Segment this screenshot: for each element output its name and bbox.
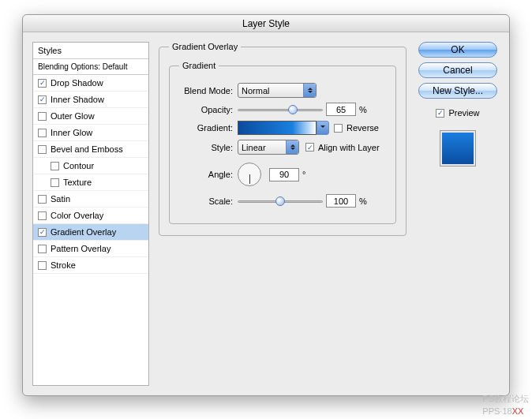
opacity-input[interactable] [326,103,356,116]
cancel-button[interactable]: Cancel [418,62,497,78]
chevron-down-icon [317,121,329,135]
style-checkbox[interactable] [38,228,47,237]
style-item-drop-shadow[interactable]: Drop Shadow [33,75,148,92]
gradient-overlay-group: Gradient Overlay Gradient Blend Mode: No… [159,42,406,236]
style-checkbox[interactable] [38,245,47,253]
style-checkbox[interactable] [38,95,47,104]
button-column: OK Cancel New Style... Preview [416,42,500,386]
scale-unit: % [359,196,367,206]
angle-label: Angle: [179,170,238,179]
style-checkbox[interactable] [38,112,47,121]
panel-subtitle: Gradient [179,61,219,70]
style-label: Style: [179,143,238,152]
scale-label: Scale: [179,196,238,206]
align-label: Align with Layer [318,143,380,152]
style-item-texture[interactable]: Texture [33,174,148,191]
style-item-gradient-overlay[interactable]: Gradient Overlay [33,224,148,241]
blend-mode-select[interactable]: Normal [238,83,317,98]
style-item-contour[interactable]: Contour [33,158,148,174]
angle-input[interactable] [269,168,299,181]
style-checkbox[interactable] [51,178,59,187]
dialog-title: Layer Style [23,15,509,32]
style-item-label: Texture [63,178,92,187]
ok-button[interactable]: OK [418,42,497,58]
chevron-updown-icon [303,84,316,97]
style-item-label: Stroke [51,260,76,270]
styles-list: Styles Blending Options: Default Drop Sh… [32,42,149,386]
style-item-label: Outer Glow [51,111,95,121]
layer-style-dialog: Layer Style Styles Blending Options: Def… [22,14,510,396]
angle-dial[interactable] [238,163,261,186]
reverse-checkbox[interactable] [334,124,343,133]
gradient-picker[interactable] [238,121,317,135]
style-item-bevel-and-emboss[interactable]: Bevel and Emboss [33,141,148,158]
style-item-stroke[interactable]: Stroke [33,257,148,274]
style-checkbox[interactable] [38,195,47,204]
style-item-label: Inner Shadow [51,95,104,104]
style-item-label: Satin [51,194,70,204]
style-item-inner-glow[interactable]: Inner Glow [33,125,148,141]
style-item-label: Bevel and Emboss [51,144,123,154]
style-checkbox[interactable] [38,129,47,137]
chevron-updown-icon [286,140,298,154]
scale-input[interactable] [326,194,356,208]
style-item-inner-shadow[interactable]: Inner Shadow [33,92,148,108]
opacity-slider[interactable] [238,104,323,115]
style-item-label: Color Overlay [51,211,103,220]
new-style-button[interactable]: New Style... [418,83,497,99]
style-checkbox[interactable] [38,261,47,270]
style-item-label: Contour [63,161,94,170]
style-item-outer-glow[interactable]: Outer Glow [33,108,148,125]
style-item-label: Drop Shadow [51,78,103,88]
preview-checkbox[interactable] [436,109,444,118]
gradient-label: Gradient: [179,123,238,133]
style-checkbox[interactable] [38,145,47,154]
align-checkbox[interactable] [305,143,314,152]
reverse-label: Reverse [347,123,379,133]
style-checkbox[interactable] [38,79,47,88]
gradient-group: Gradient Blend Mode: Normal Opacity: [169,61,396,224]
blend-mode-label: Blend Mode: [179,86,238,95]
style-checkbox[interactable] [51,162,59,170]
style-item-satin[interactable]: Satin [33,191,148,208]
watermark: PS教程论坛 PPS·18XX [482,392,529,417]
style-item-pattern-overlay[interactable]: Pattern Overlay [33,241,148,257]
opacity-unit: % [359,105,367,114]
style-item-label: Pattern Overlay [51,244,111,253]
preview-swatch [440,130,476,166]
settings-panel: Gradient Overlay Gradient Blend Mode: No… [159,42,406,386]
style-item-color-overlay[interactable]: Color Overlay [33,208,148,224]
style-item-label: Inner Glow [51,128,92,137]
panel-title: Gradient Overlay [169,42,241,51]
style-select[interactable]: Linear [238,140,299,155]
opacity-label: Opacity: [179,105,238,114]
angle-unit: ° [302,170,305,179]
style-checkbox[interactable] [38,211,47,220]
styles-header[interactable]: Styles [33,43,148,59]
scale-slider[interactable] [238,196,323,207]
style-item-label: Gradient Overlay [51,227,116,237]
preview-label: Preview [448,108,479,118]
blending-options-row[interactable]: Blending Options: Default [33,59,148,75]
